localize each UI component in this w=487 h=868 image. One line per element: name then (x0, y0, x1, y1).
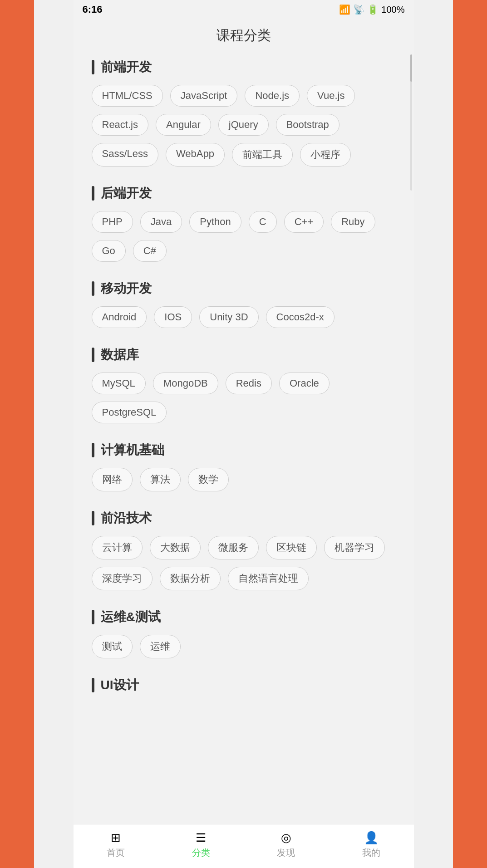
tag-frontend-0[interactable]: HTML/CSS (92, 85, 163, 107)
tag-frontend-5[interactable]: Angular (156, 114, 211, 136)
tag-backend-0[interactable]: PHP (92, 211, 133, 233)
nav-item-discover[interactable]: ◎发现 (244, 831, 329, 859)
tags-container-devops: 测试运维 (92, 635, 396, 658)
tag-frontend-3[interactable]: Vue.js (307, 85, 355, 107)
tag-database-2[interactable]: Redis (226, 373, 272, 394)
nav-icon-category: ☰ (196, 831, 206, 845)
nav-label-category: 分类 (192, 847, 210, 859)
category-title-ui-design: UI设计 (92, 677, 396, 694)
category-section-cs-basics: 计算机基础网络算法数学 (92, 441, 396, 491)
tag-cs-basics-0[interactable]: 网络 (92, 468, 133, 491)
signal-icon: 📡 (353, 4, 364, 15)
phone-frame: 6:16 📶 📡 🔋 100% 课程分类 前端开发HTML/CSSJavaScr… (74, 0, 414, 868)
tags-container-frontend: HTML/CSSJavaScriptNode.jsVue.jsReact.jsA… (92, 85, 396, 167)
tags-container-cs-basics: 网络算法数学 (92, 468, 396, 491)
tag-backend-1[interactable]: Java (140, 211, 182, 233)
tag-frontend-11[interactable]: 小程序 (300, 143, 351, 167)
tag-frontend-2[interactable]: Node.js (245, 85, 300, 107)
scrollbar-track[interactable] (410, 54, 412, 191)
tag-frontier-7[interactable]: 自然语言处理 (228, 567, 309, 590)
category-section-mobile: 移动开发AndroidIOSUnity 3DCocos2d-x (92, 280, 396, 328)
wifi-icon: 📶 (339, 4, 350, 15)
category-section-frontend: 前端开发HTML/CSSJavaScriptNode.jsVue.jsReact… (92, 59, 396, 167)
tag-mobile-2[interactable]: Unity 3D (199, 306, 258, 328)
battery-icon: 🔋 (367, 4, 379, 15)
category-title-backend: 后端开发 (92, 185, 396, 202)
scrollbar-thumb[interactable] (410, 54, 412, 82)
nav-label-discover: 发现 (277, 847, 295, 859)
battery-percent: 100% (381, 5, 404, 15)
nav-icon-home: ⊞ (111, 831, 121, 845)
category-section-database: 数据库MySQLMongoDBRedisOraclePostgreSQL (92, 346, 396, 423)
page-title: 课程分类 (74, 17, 414, 59)
bottom-nav: ⊞首页☰分类◎发现👤我的 (74, 824, 414, 868)
tag-database-1[interactable]: MongoDB (153, 373, 218, 394)
tag-backend-2[interactable]: Python (189, 211, 241, 233)
content-area: 前端开发HTML/CSSJavaScriptNode.jsVue.jsReact… (74, 59, 414, 868)
tag-frontier-6[interactable]: 数据分析 (160, 567, 221, 590)
tag-backend-5[interactable]: Ruby (331, 211, 375, 233)
category-section-devops: 运维&测试测试运维 (92, 608, 396, 658)
tag-devops-1[interactable]: 运维 (140, 635, 181, 658)
category-title-database: 数据库 (92, 346, 396, 363)
tag-mobile-1[interactable]: IOS (154, 306, 192, 328)
tags-container-backend: PHPJavaPythonCC++RubyGoC# (92, 211, 396, 262)
nav-item-home[interactable]: ⊞首页 (74, 831, 159, 859)
tag-devops-0[interactable]: 测试 (92, 635, 133, 658)
tag-frontier-3[interactable]: 区块链 (266, 536, 317, 559)
tags-container-mobile: AndroidIOSUnity 3DCocos2d-x (92, 306, 396, 328)
nav-item-category[interactable]: ☰分类 (158, 831, 244, 859)
tag-database-3[interactable]: Oracle (279, 373, 330, 394)
tag-backend-6[interactable]: Go (92, 240, 126, 262)
tag-frontend-4[interactable]: React.js (92, 114, 148, 136)
tags-container-database: MySQLMongoDBRedisOraclePostgreSQL (92, 373, 396, 423)
category-title-devops: 运维&测试 (92, 608, 396, 626)
tags-container-frontier: 云计算大数据微服务区块链机器学习深度学习数据分析自然语言处理 (92, 536, 396, 590)
category-title-frontend: 前端开发 (92, 59, 396, 76)
tag-frontier-5[interactable]: 深度学习 (92, 567, 152, 590)
tag-cs-basics-1[interactable]: 算法 (140, 468, 181, 491)
category-title-frontier: 前沿技术 (92, 510, 396, 527)
status-bar: 6:16 📶 📡 🔋 100% (74, 0, 414, 17)
tag-database-4[interactable]: PostgreSQL (92, 402, 167, 423)
tag-mobile-0[interactable]: Android (92, 306, 147, 328)
tag-frontend-8[interactable]: Sass/Less (92, 143, 159, 167)
tag-mobile-3[interactable]: Cocos2d-x (266, 306, 335, 328)
tag-frontier-4[interactable]: 机器学习 (324, 536, 385, 559)
status-time: 6:16 (83, 4, 103, 15)
nav-label-mine: 我的 (362, 847, 380, 859)
category-title-cs-basics: 计算机基础 (92, 441, 396, 459)
tag-frontend-6[interactable]: jQuery (218, 114, 269, 136)
category-section-ui-design: UI设计 (92, 677, 396, 694)
nav-icon-discover: ◎ (281, 831, 291, 845)
category-title-mobile: 移动开发 (92, 280, 396, 297)
tag-frontend-1[interactable]: JavaScript (170, 85, 238, 107)
tag-frontier-0[interactable]: 云计算 (92, 536, 143, 559)
tag-frontier-2[interactable]: 微服务 (208, 536, 259, 559)
nav-icon-mine: 👤 (364, 831, 379, 845)
nav-item-mine[interactable]: 👤我的 (329, 831, 414, 859)
tag-backend-7[interactable]: C# (133, 240, 167, 262)
nav-label-home: 首页 (107, 847, 125, 859)
tag-frontend-7[interactable]: Bootstrap (276, 114, 339, 136)
tag-database-0[interactable]: MySQL (92, 373, 146, 394)
category-section-frontier: 前沿技术云计算大数据微服务区块链机器学习深度学习数据分析自然语言处理 (92, 510, 396, 590)
tag-backend-3[interactable]: C (249, 211, 277, 233)
tag-frontend-10[interactable]: 前端工具 (232, 143, 293, 167)
tag-frontier-1[interactable]: 大数据 (150, 536, 201, 559)
category-section-backend: 后端开发PHPJavaPythonCC++RubyGoC# (92, 185, 396, 262)
status-right: 📶 📡 🔋 100% (339, 4, 404, 15)
tag-backend-4[interactable]: C++ (284, 211, 324, 233)
tag-cs-basics-2[interactable]: 数学 (188, 468, 229, 491)
tag-frontend-9[interactable]: WebApp (166, 143, 225, 167)
